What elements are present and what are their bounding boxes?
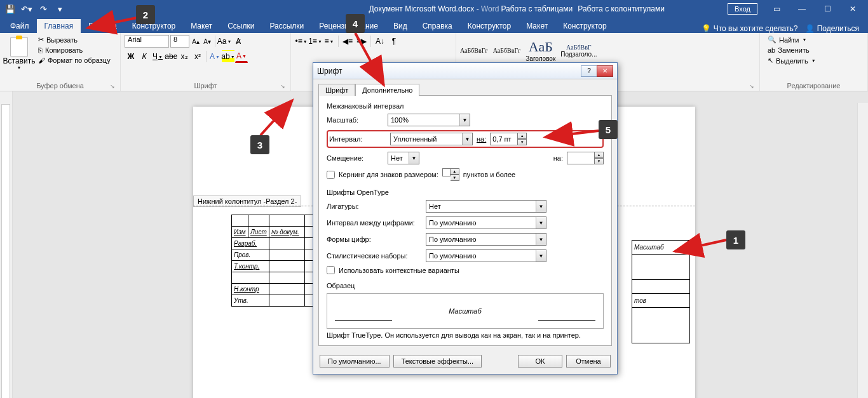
share-button[interactable]: 👤 Поделиться (805, 24, 859, 33)
replace-icon: ab (768, 46, 775, 54)
dialog-tab-advanced[interactable]: Дополнительно (355, 84, 419, 96)
ligatures-combo[interactable]: Нет▼ (426, 200, 546, 213)
find-button[interactable]: 🔍Найти ▼ (766, 35, 817, 44)
dialog-titlebar[interactable]: Шрифт ? ✕ (313, 63, 617, 79)
position-combo[interactable]: Нет▼ (388, 152, 419, 164)
number-spacing-label: Интервал между цифрами: (327, 219, 422, 227)
kerning-checkbox[interactable] (327, 171, 335, 179)
text-effects-button[interactable]: Текстовые эффекты... (393, 355, 482, 368)
context-tab-headerfooter[interactable]: Работа с колонтитулами (578, 4, 665, 13)
spacing-by-label: на: (477, 135, 486, 143)
font-dialog: Шрифт ? ✕ Шрифт Дополнительно Межзнаковы… (313, 62, 618, 375)
contextual-checkbox[interactable] (327, 266, 335, 274)
tab-layout[interactable]: Макет (183, 19, 220, 33)
superscript-button[interactable]: x² (191, 50, 204, 63)
copy-icon: ⎘ (38, 46, 43, 54)
change-case-icon[interactable]: Aa▼ (218, 35, 231, 48)
styles-launcher-icon[interactable]: ↘ (749, 83, 754, 90)
tab-table-design[interactable]: Конструктор (460, 19, 519, 33)
shrink-font-icon[interactable]: A▾ (202, 35, 212, 48)
vertical-ruler[interactable] (0, 91, 13, 398)
clear-formatting-icon[interactable]: A̷ (232, 35, 245, 48)
cancel-button[interactable]: Отмена (566, 355, 611, 368)
bold-button[interactable]: Ж (125, 50, 137, 63)
close-icon[interactable]: ✕ (840, 0, 865, 18)
redo-icon[interactable]: ↷ (36, 1, 51, 17)
sort-icon[interactable]: A↓ (374, 35, 386, 48)
tell-me[interactable]: 💡 Что вы хотите сделать? (702, 24, 797, 33)
bullets-icon[interactable]: •≡▼ (295, 35, 308, 48)
save-icon[interactable]: 💾 (3, 1, 18, 17)
kerning-size-input[interactable]: ▲▼ (442, 168, 459, 181)
undo-icon[interactable]: ↶▾ (19, 1, 34, 17)
qat-customize-icon[interactable]: ▾ (52, 1, 67, 17)
scale-combo[interactable]: 100%▼ (388, 114, 470, 126)
ligatures-label: Лигатуры: (327, 202, 422, 210)
section-opentype: Шрифты OpenType (327, 189, 604, 196)
increase-indent-icon[interactable]: ≡▶ (355, 35, 368, 48)
font-launcher-icon[interactable]: ↘ (280, 83, 285, 90)
clipboard-launcher-icon[interactable]: ↘ (110, 83, 115, 90)
subscript-button[interactable]: x₂ (178, 50, 191, 63)
replace-button[interactable]: abЗаменить (766, 46, 817, 55)
window-title: Документ Microsoft Word.docx - Word (369, 4, 499, 13)
annotation-marker-3: 3 (250, 135, 269, 154)
position-by-label: на: (553, 154, 563, 162)
tab-home[interactable]: Главная (37, 19, 81, 33)
grow-font-icon[interactable]: A▴ (191, 35, 201, 48)
font-name-select[interactable]: Arial (125, 35, 169, 48)
ribbon-display-icon[interactable]: ▭ (764, 0, 789, 18)
maximize-icon[interactable]: ☐ (815, 0, 840, 18)
spacing-combo[interactable]: Уплотненный▼ (390, 133, 473, 145)
stylistic-sets-combo[interactable]: По умолчанию▼ (426, 249, 546, 262)
tab-file[interactable]: Файл (3, 19, 37, 33)
position-by-input[interactable]: ▲▼ (567, 152, 604, 164)
numbering-icon[interactable]: 1≡▼ (309, 35, 322, 48)
tab-headerfooter-design[interactable]: Конструктор (555, 19, 614, 33)
style-item[interactable]: АаБбВвГПодзаголо... (560, 44, 597, 58)
show-marks-icon[interactable]: ¶ (388, 35, 400, 48)
title-bar: 💾 ↶▾ ↷ ▾ Документ Microsoft Word.docx - … (0, 0, 868, 18)
style-item[interactable]: АаБЗаголовок (526, 39, 555, 62)
copy-button[interactable]: ⎘Копировать (37, 46, 112, 55)
tab-table-layout[interactable]: Макет (519, 19, 555, 33)
brush-icon: 🖌 (38, 56, 45, 64)
text-effects-icon[interactable]: A▼ (208, 50, 221, 63)
set-default-button[interactable]: По умолчанию... (320, 355, 390, 368)
spacing-by-input[interactable]: ▲▼ (490, 133, 527, 145)
tab-mailings[interactable]: Рассылки (262, 19, 311, 33)
position-label: Смещение: (327, 154, 384, 162)
tab-references[interactable]: Ссылки (220, 19, 262, 33)
select-button[interactable]: ↖Выделить ▼ (766, 56, 817, 65)
highlight-icon[interactable]: ab▼ (222, 50, 234, 63)
tab-insert[interactable]: Вставка (81, 19, 125, 33)
number-forms-combo[interactable]: По умолчанию▼ (426, 233, 546, 246)
font-size-select[interactable]: 8 (170, 35, 189, 48)
style-item[interactable]: АаБбВвГг (493, 47, 521, 54)
font-color-icon[interactable]: A▼ (235, 50, 248, 63)
cut-button[interactable]: ✂Вырезать (37, 35, 112, 44)
dialog-help-icon[interactable]: ? (581, 65, 597, 77)
annotation-marker-2: 2 (136, 5, 155, 24)
italic-button[interactable]: К (138, 50, 151, 63)
multilevel-icon[interactable]: ≡▼ (323, 35, 336, 48)
vertical-scrollbar[interactable] (857, 103, 868, 398)
style-item[interactable]: АаБбВвГг (460, 47, 488, 54)
decrease-indent-icon[interactable]: ◀≡ (341, 35, 354, 48)
number-spacing-combo[interactable]: По умолчанию▼ (426, 216, 546, 229)
context-tab-table[interactable]: Работа с таблицами (501, 4, 573, 13)
scissors-icon: ✂ (38, 36, 44, 44)
underline-button[interactable]: Ч▼ (151, 50, 164, 63)
ok-button[interactable]: ОК (518, 355, 562, 368)
search-icon: 🔍 (768, 36, 776, 44)
minimize-icon[interactable]: — (789, 0, 815, 18)
strikethrough-button[interactable]: abc (165, 50, 177, 63)
login-button[interactable]: Вход (728, 3, 757, 15)
paste-button[interactable]: Вставить▼ (4, 35, 34, 70)
tab-help[interactable]: Справка (415, 19, 460, 33)
dialog-close-icon[interactable]: ✕ (597, 65, 613, 77)
tab-view[interactable]: Вид (386, 19, 415, 33)
right-title-block[interactable]: Масштаб тов (632, 240, 690, 343)
format-painter-button[interactable]: 🖌Формат по образцу (37, 56, 112, 65)
dialog-tab-font[interactable]: Шрифт (318, 84, 355, 96)
